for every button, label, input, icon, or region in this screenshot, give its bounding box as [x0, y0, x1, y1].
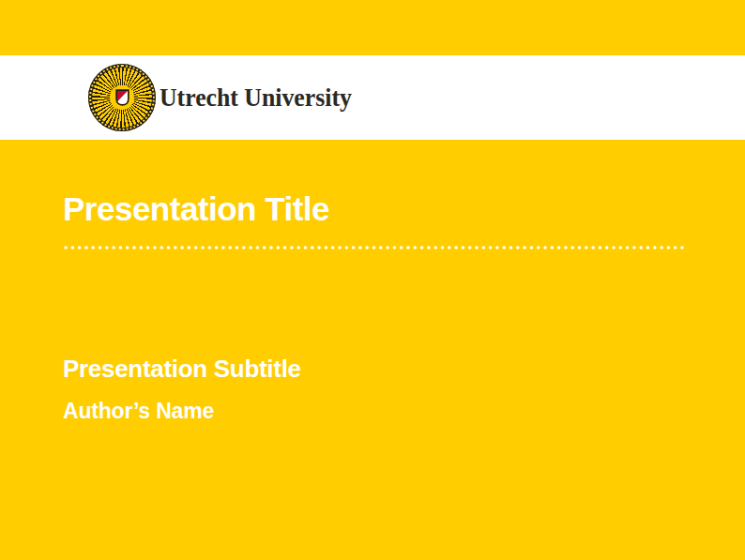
logo-band: Utrecht University [0, 55, 745, 140]
logo-shield-icon [110, 85, 134, 110]
dotted-divider [62, 244, 687, 251]
uu-sun-logo-icon [88, 64, 156, 131]
presentation-title: Presentation Title [63, 192, 329, 225]
title-slide: Utrecht University Presentation Title Pr… [0, 0, 745, 560]
university-wordmark: Utrecht University [160, 55, 352, 140]
presentation-subtitle: Presentation Subtitle [63, 356, 301, 381]
author-name: Author’s Name [63, 401, 214, 422]
